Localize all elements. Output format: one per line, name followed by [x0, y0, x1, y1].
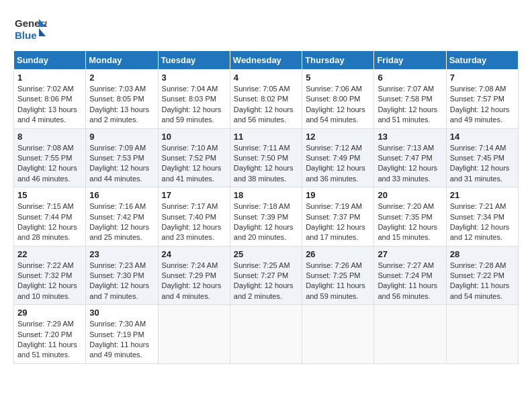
calendar-cell: 17Sunrise: 7:17 AMSunset: 7:40 PMDayligh… [158, 187, 230, 246]
day-info: Sunrise: 7:19 AMSunset: 7:37 PMDaylight:… [306, 201, 370, 243]
calendar-cell: 18Sunrise: 7:18 AMSunset: 7:39 PMDayligh… [230, 187, 302, 246]
day-info: Sunrise: 7:02 AMSunset: 8:06 PMDaylight:… [17, 84, 82, 126]
calendar-cell: 8Sunrise: 7:08 AMSunset: 7:55 PMDaylight… [14, 128, 86, 187]
day-info: Sunrise: 7:09 AMSunset: 7:53 PMDaylight:… [89, 143, 154, 185]
day-number: 28 [450, 249, 515, 259]
calendar-week-1: 1Sunrise: 7:02 AMSunset: 8:06 PMDaylight… [14, 70, 519, 129]
day-number: 3 [162, 73, 226, 83]
calendar-cell: 27Sunrise: 7:27 AMSunset: 7:24 PMDayligh… [374, 246, 446, 305]
day-info: Sunrise: 7:05 AMSunset: 8:02 PMDaylight:… [234, 84, 298, 126]
calendar-cell: 28Sunrise: 7:28 AMSunset: 7:22 PMDayligh… [446, 246, 518, 305]
calendar-week-2: 8Sunrise: 7:08 AMSunset: 7:55 PMDaylight… [14, 128, 519, 187]
day-info: Sunrise: 7:18 AMSunset: 7:39 PMDaylight:… [234, 201, 298, 243]
day-info: Sunrise: 7:06 AMSunset: 8:00 PMDaylight:… [306, 84, 370, 126]
calendar-cell [230, 305, 302, 364]
calendar-cell: 13Sunrise: 7:13 AMSunset: 7:47 PMDayligh… [374, 128, 446, 187]
day-info: Sunrise: 7:21 AMSunset: 7:34 PMDaylight:… [450, 201, 515, 243]
calendar-cell: 21Sunrise: 7:21 AMSunset: 7:34 PMDayligh… [446, 187, 518, 246]
calendar-cell [302, 305, 374, 364]
calendar-cell: 7Sunrise: 7:08 AMSunset: 7:57 PMDaylight… [446, 70, 518, 129]
calendar-week-4: 22Sunrise: 7:22 AMSunset: 7:32 PMDayligh… [14, 246, 519, 305]
day-number: 1 [17, 73, 82, 83]
day-info: Sunrise: 7:03 AMSunset: 8:05 PMDaylight:… [89, 84, 154, 126]
day-number: 19 [306, 190, 370, 200]
calendar-week-5: 29Sunrise: 7:29 AMSunset: 7:20 PMDayligh… [14, 305, 519, 364]
day-number: 12 [306, 132, 370, 142]
day-number: 7 [450, 73, 515, 83]
svg-text:Blue: Blue [15, 30, 37, 41]
day-number: 6 [378, 73, 442, 83]
calendar-cell: 14Sunrise: 7:14 AMSunset: 7:45 PMDayligh… [446, 128, 518, 187]
day-info: Sunrise: 7:16 AMSunset: 7:42 PMDaylight:… [89, 201, 154, 243]
day-info: Sunrise: 7:28 AMSunset: 7:22 PMDaylight:… [450, 261, 515, 302]
calendar-cell: 12Sunrise: 7:12 AMSunset: 7:49 PMDayligh… [302, 128, 374, 187]
day-number: 2 [89, 73, 154, 83]
weekday-header-monday: Monday [86, 51, 158, 70]
weekday-header-row: SundayMondayTuesdayWednesdayThursdayFrid… [14, 51, 519, 70]
day-info: Sunrise: 7:13 AMSunset: 7:47 PMDaylight:… [378, 143, 442, 185]
day-info: Sunrise: 7:08 AMSunset: 7:57 PMDaylight:… [450, 84, 515, 126]
day-number: 15 [17, 190, 82, 200]
day-number: 25 [234, 249, 298, 259]
calendar-cell: 20Sunrise: 7:20 AMSunset: 7:35 PMDayligh… [374, 187, 446, 246]
day-number: 21 [450, 190, 515, 200]
day-number: 10 [162, 132, 226, 142]
calendar-cell: 6Sunrise: 7:07 AMSunset: 7:58 PMDaylight… [374, 70, 446, 129]
calendar-cell: 25Sunrise: 7:25 AMSunset: 7:27 PMDayligh… [230, 246, 302, 305]
calendar-cell [158, 305, 230, 364]
calendar-cell: 1Sunrise: 7:02 AMSunset: 8:06 PMDaylight… [14, 70, 86, 129]
day-info: Sunrise: 7:12 AMSunset: 7:49 PMDaylight:… [306, 143, 370, 185]
calendar-cell: 30Sunrise: 7:30 AMSunset: 7:19 PMDayligh… [86, 305, 158, 364]
day-info: Sunrise: 7:30 AMSunset: 7:19 PMDaylight:… [89, 319, 154, 361]
day-info: Sunrise: 7:22 AMSunset: 7:32 PMDaylight:… [17, 261, 82, 302]
day-info: Sunrise: 7:23 AMSunset: 7:30 PMDaylight:… [89, 261, 154, 302]
day-number: 13 [378, 132, 442, 142]
day-info: Sunrise: 7:24 AMSunset: 7:29 PMDaylight:… [162, 261, 226, 302]
calendar-cell: 19Sunrise: 7:19 AMSunset: 7:37 PMDayligh… [302, 187, 374, 246]
day-number: 27 [378, 249, 442, 259]
day-number: 8 [17, 132, 82, 142]
weekday-header-sunday: Sunday [14, 51, 86, 70]
weekday-header-saturday: Saturday [446, 51, 518, 70]
day-number: 26 [306, 249, 370, 259]
calendar-cell: 15Sunrise: 7:15 AMSunset: 7:44 PMDayligh… [14, 187, 86, 246]
day-number: 24 [162, 249, 226, 259]
calendar-cell: 29Sunrise: 7:29 AMSunset: 7:20 PMDayligh… [14, 305, 86, 364]
day-number: 18 [234, 190, 298, 200]
calendar-cell: 10Sunrise: 7:10 AMSunset: 7:52 PMDayligh… [158, 128, 230, 187]
day-number: 30 [89, 308, 154, 318]
day-info: Sunrise: 7:08 AMSunset: 7:55 PMDaylight:… [17, 143, 82, 185]
day-info: Sunrise: 7:20 AMSunset: 7:35 PMDaylight:… [378, 201, 442, 243]
calendar-week-3: 15Sunrise: 7:15 AMSunset: 7:44 PMDayligh… [14, 187, 519, 246]
day-info: Sunrise: 7:26 AMSunset: 7:25 PMDaylight:… [306, 261, 370, 302]
day-number: 23 [89, 249, 154, 259]
calendar-cell: 23Sunrise: 7:23 AMSunset: 7:30 PMDayligh… [86, 246, 158, 305]
calendar-cell: 4Sunrise: 7:05 AMSunset: 8:02 PMDaylight… [230, 70, 302, 129]
day-info: Sunrise: 7:29 AMSunset: 7:20 PMDaylight:… [17, 319, 82, 361]
svg-marker-3 [39, 28, 46, 36]
day-number: 4 [234, 73, 298, 83]
calendar-cell: 2Sunrise: 7:03 AMSunset: 8:05 PMDaylight… [86, 70, 158, 129]
page-header: GeneralBlue [13, 13, 519, 44]
weekday-header-tuesday: Tuesday [158, 51, 230, 70]
logo: GeneralBlue [13, 13, 47, 44]
calendar-cell: 11Sunrise: 7:11 AMSunset: 7:50 PMDayligh… [230, 128, 302, 187]
day-info: Sunrise: 7:14 AMSunset: 7:45 PMDaylight:… [450, 143, 515, 185]
calendar-cell: 9Sunrise: 7:09 AMSunset: 7:53 PMDaylight… [86, 128, 158, 187]
calendar-cell: 24Sunrise: 7:24 AMSunset: 7:29 PMDayligh… [158, 246, 230, 305]
day-info: Sunrise: 7:04 AMSunset: 8:03 PMDaylight:… [162, 84, 226, 126]
day-info: Sunrise: 7:25 AMSunset: 7:27 PMDaylight:… [234, 261, 298, 302]
calendar-table: SundayMondayTuesdayWednesdayThursdayFrid… [13, 50, 519, 364]
day-number: 5 [306, 73, 370, 83]
calendar-cell: 22Sunrise: 7:22 AMSunset: 7:32 PMDayligh… [14, 246, 86, 305]
calendar-cell [374, 305, 446, 364]
day-number: 11 [234, 132, 298, 142]
weekday-header-friday: Friday [374, 51, 446, 70]
calendar-cell: 3Sunrise: 7:04 AMSunset: 8:03 PMDaylight… [158, 70, 230, 129]
day-number: 17 [162, 190, 226, 200]
calendar-cell [446, 305, 518, 364]
day-number: 16 [89, 190, 154, 200]
weekday-header-wednesday: Wednesday [230, 51, 302, 70]
calendar-cell: 26Sunrise: 7:26 AMSunset: 7:25 PMDayligh… [302, 246, 374, 305]
day-info: Sunrise: 7:07 AMSunset: 7:58 PMDaylight:… [378, 84, 442, 126]
